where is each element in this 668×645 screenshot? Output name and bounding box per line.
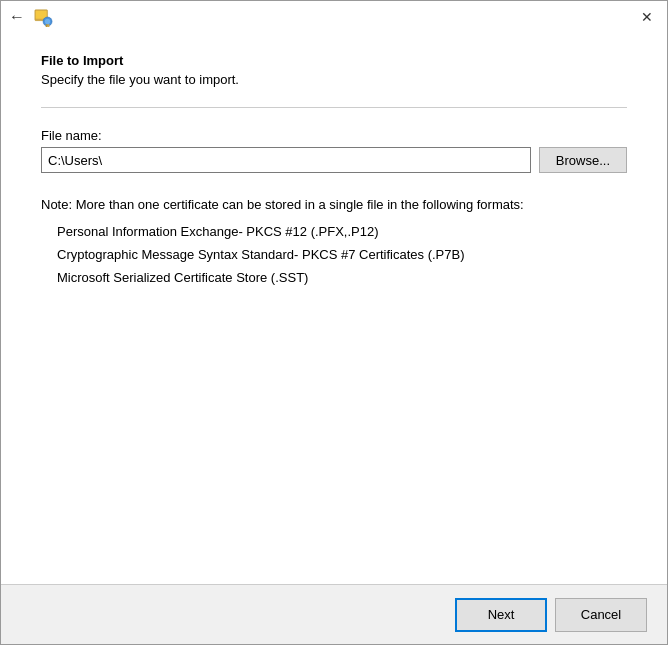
svg-point-3	[45, 19, 50, 24]
section-header: File to Import Specify the file you want…	[41, 53, 627, 87]
svg-rect-5	[48, 24, 50, 27]
footer: Next Cancel	[1, 584, 667, 644]
input-row: Browse...	[41, 147, 627, 173]
note-text: Note: More than one certificate can be s…	[41, 197, 627, 212]
list-item: Personal Information Exchange- PKCS #12 …	[57, 224, 627, 239]
file-name-input[interactable]	[41, 147, 531, 173]
back-button[interactable]: ←	[9, 9, 25, 25]
section-subtitle: Specify the file you want to import.	[41, 72, 627, 87]
divider	[41, 107, 627, 108]
svg-rect-4	[46, 24, 48, 27]
list-item: Cryptographic Message Syntax Standard- P…	[57, 247, 627, 262]
wizard-window: ← ✕ File to Import Specify the file you …	[0, 0, 668, 645]
file-form-group: File name: Browse...	[41, 128, 627, 173]
section-title: File to Import	[41, 53, 627, 68]
browse-button[interactable]: Browse...	[539, 147, 627, 173]
format-list: Personal Information Exchange- PKCS #12 …	[41, 224, 627, 285]
main-content: File to Import Specify the file you want…	[1, 33, 667, 584]
next-button[interactable]: Next	[455, 598, 547, 632]
title-bar: ← ✕	[1, 1, 667, 33]
list-item: Microsoft Serialized Certificate Store (…	[57, 270, 627, 285]
title-bar-left: ←	[9, 7, 53, 27]
close-button[interactable]: ✕	[635, 5, 659, 29]
note-section: Note: More than one certificate can be s…	[41, 197, 627, 293]
cancel-button[interactable]: Cancel	[555, 598, 647, 632]
file-label: File name:	[41, 128, 627, 143]
cert-icon	[33, 7, 53, 27]
